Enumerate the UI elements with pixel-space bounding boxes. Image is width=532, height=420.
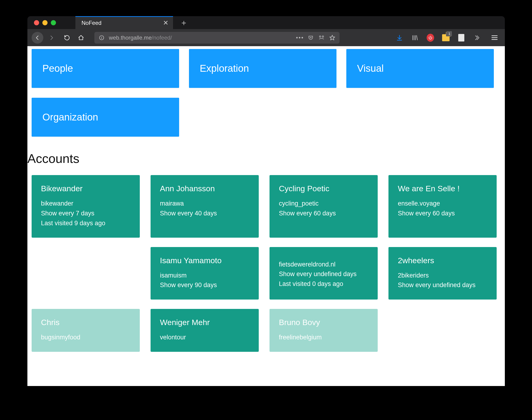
account-card[interactable]: Chrisbugsinmyfood [32, 309, 140, 352]
accounts-grid: BikewanderbikewanderShow every 7 daysLas… [28, 175, 505, 352]
browser-tab[interactable]: NoFeed ✕ [75, 16, 173, 29]
category-grid: PeopleExplorationVisualOrganization [28, 46, 505, 137]
account-handle: enselle.voyage [398, 199, 487, 209]
url-host: web.thorgalle.me [109, 34, 152, 41]
new-tab-button[interactable]: ＋ [180, 18, 188, 27]
account-handle: cycling_poetic [279, 199, 368, 209]
account-name: Bikewander [41, 184, 130, 193]
pocket-icon[interactable] [307, 34, 314, 41]
page-content: PeopleExplorationVisualOrganization Acco… [28, 46, 505, 386]
overflow-icon[interactable] [473, 34, 480, 42]
library-icon[interactable] [411, 34, 419, 42]
site-info-icon[interactable] [98, 34, 105, 41]
account-card[interactable]: Weniger Mehrvelontour [151, 309, 259, 352]
account-frequency: Show every 7 days [41, 209, 130, 218]
category-label: Organization [42, 112, 98, 123]
category-label: Visual [357, 63, 384, 74]
svg-marker-5 [330, 35, 335, 40]
account-frequency: Show every undefined days [279, 269, 368, 279]
account-card[interactable]: We are En Selle !enselle.voyageShow ever… [389, 175, 497, 238]
downloads-icon[interactable] [396, 34, 403, 42]
maximize-window-button[interactable] [51, 20, 56, 25]
account-name: Isamu Yamamoto [160, 256, 249, 265]
power-extension-icon[interactable] [427, 34, 434, 42]
home-button[interactable] [75, 32, 87, 44]
account-handle: velontour [160, 332, 249, 343]
toolbar: web.thorgalle.me/nofeed/ ••• [28, 29, 505, 46]
account-frequency: Show every undefined days [398, 280, 487, 290]
account-card[interactable]: Ann JohanssonmairawaShow every 40 days [151, 175, 259, 238]
category-label: People [42, 63, 73, 74]
account-handle: bugsinmyfood [41, 332, 130, 343]
titlebar: NoFeed ✕ ＋ [28, 16, 505, 29]
page-actions-icon[interactable]: ••• [296, 34, 304, 41]
account-name: 2wheelers [398, 256, 487, 265]
reload-button[interactable] [61, 32, 73, 44]
menu-button[interactable] [491, 34, 498, 42]
account-last-visited: Last visited 0 days ago [279, 279, 368, 289]
browser-window: NoFeed ✕ ＋ web. [28, 16, 505, 386]
close-tab-icon[interactable]: ✕ [163, 20, 168, 26]
account-card[interactable]: 2wheelers2bikeridersShow every undefined… [389, 247, 497, 300]
account-card[interactable]: Cycling Poeticcycling_poeticShow every 6… [269, 175, 378, 238]
account-handle: 2bikeriders [398, 271, 487, 281]
account-frequency: Show every 60 days [398, 209, 487, 218]
file-icon[interactable] [458, 34, 465, 42]
account-frequency: Show every 60 days [279, 209, 368, 218]
forward-button[interactable] [46, 32, 57, 44]
category-card[interactable]: People [32, 49, 179, 88]
account-handle: freelinebelgium [279, 332, 368, 343]
account-frequency: Show every 40 days [160, 209, 249, 218]
account-handle: fietsdewereldrond.nl [279, 260, 368, 270]
account-name: Chris [41, 318, 130, 327]
account-name: We are En Selle ! [398, 184, 487, 193]
minimize-window-button[interactable] [42, 20, 48, 25]
account-last-visited: Last visited 9 days ago [41, 218, 130, 228]
account-handle: isamuism [160, 271, 249, 281]
bookmark-icon[interactable] [329, 34, 336, 41]
svg-point-4 [322, 36, 324, 37]
account-name: Cycling Poetic [279, 184, 368, 193]
svg-point-3 [319, 36, 321, 37]
back-button[interactable] [32, 32, 43, 44]
address-bar[interactable]: web.thorgalle.me/nofeed/ ••• [94, 32, 339, 44]
window-controls [28, 20, 56, 25]
account-handle: mairawa [160, 199, 249, 209]
category-card[interactable]: Exploration [189, 49, 336, 88]
account-name: Bruno Bovy [279, 318, 368, 327]
extension-icon[interactable] [318, 34, 325, 41]
account-handle: bikewander [41, 199, 130, 209]
tab-title: NoFeed [82, 20, 101, 26]
url-text: web.thorgalle.me/nofeed/ [109, 34, 293, 41]
account-card[interactable]: BikewanderbikewanderShow every 7 daysLas… [32, 175, 140, 238]
account-frequency: Show every 90 days [160, 280, 249, 290]
account-name: Weniger Mehr [160, 318, 249, 327]
category-label: Exploration [200, 63, 249, 74]
category-card[interactable]: Organization [32, 98, 179, 137]
svg-line-11 [417, 35, 418, 40]
accounts-heading: Accounts [28, 151, 505, 166]
account-card[interactable]: fietsdewereldrond.nlShow every undefined… [269, 247, 378, 300]
folder-icon[interactable]: 1 [442, 34, 449, 42]
account-name: Ann Johansson [160, 184, 249, 193]
url-path: /nofeed/ [152, 34, 172, 41]
account-card[interactable]: Isamu YamamotoisamuismShow every 90 days [151, 247, 259, 300]
account-card[interactable]: Bruno Bovyfreelinebelgium [269, 309, 378, 352]
folder-badge: 1 [447, 31, 452, 36]
close-window-button[interactable] [34, 20, 39, 25]
category-card[interactable]: Visual [346, 49, 494, 88]
